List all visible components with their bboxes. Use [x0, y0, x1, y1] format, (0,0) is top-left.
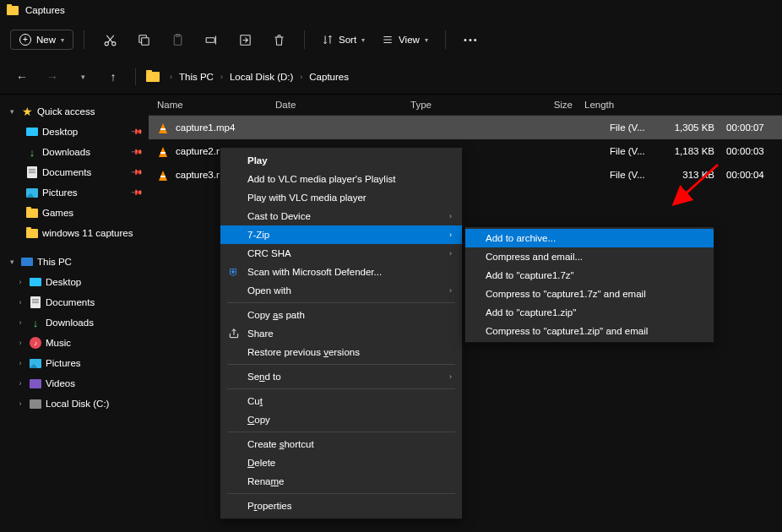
sidebar-item-pc-desktop[interactable]: ›Desktop — [0, 272, 149, 292]
pin-icon: 📌 — [131, 126, 144, 138]
chevron-right-icon: › — [166, 73, 176, 81]
folder-icon — [7, 6, 19, 15]
sidebar-item-games[interactable]: Games — [0, 203, 149, 223]
ctx-delete[interactable]: Delete — [220, 453, 462, 472]
column-size[interactable]: Size — [512, 100, 573, 110]
folder-icon — [26, 229, 38, 238]
delete-button[interactable] — [263, 27, 294, 52]
vlc-icon — [157, 145, 169, 157]
cut-button[interactable] — [95, 27, 125, 52]
ctx-cast[interactable]: Cast to Device› — [220, 207, 462, 225]
ctx-open-with[interactable]: Open with› — [220, 281, 462, 300]
new-button[interactable]: + New ▾ — [10, 30, 73, 50]
chevron-down-icon: ▾ — [61, 36, 64, 44]
ctx-properties[interactable]: Properties — [220, 497, 462, 515]
vlc-icon — [157, 122, 169, 133]
chevron-down-icon: ▾ — [7, 258, 17, 266]
ctx-rename[interactable]: Rename — [220, 472, 462, 491]
sub-compress-zip-email[interactable]: Compress to "capture1.zip" and email — [465, 322, 714, 340]
ctx-crc[interactable]: CRC SHA› — [220, 244, 462, 263]
sidebar-item-documents[interactable]: Documents📌 — [0, 162, 149, 182]
separator — [227, 432, 455, 432]
chevron-right-icon: › — [15, 318, 25, 327]
column-date[interactable]: Date — [275, 100, 410, 110]
column-type[interactable]: Type — [410, 100, 512, 110]
chevron-right-icon: › — [432, 286, 452, 295]
ctx-defender[interactable]: ⛨Scan with Microsoft Defender... — [220, 263, 462, 281]
column-name[interactable]: Name — [157, 100, 275, 110]
pin-icon: 📌 — [131, 166, 144, 179]
ctx-restore[interactable]: Restore previous versions — [220, 343, 462, 361]
sidebar-item-pc-downloads[interactable]: ›↓Downloads — [0, 312, 149, 333]
column-length[interactable]: Length — [573, 100, 632, 110]
download-icon: ↓ — [29, 316, 42, 329]
document-icon — [30, 296, 41, 308]
rename-button[interactable] — [196, 27, 226, 52]
breadcrumb-item[interactable]: Captures — [309, 72, 349, 82]
separator — [227, 302, 455, 303]
sidebar-item-win11[interactable]: windows 11 captures — [0, 223, 149, 243]
separator — [227, 364, 455, 365]
label: This PC — [37, 257, 142, 267]
sidebar: ▾ ★ Quick access Desktop📌 ↓Downloads📌 Do… — [0, 95, 149, 532]
ctx-send-to[interactable]: Send to› — [220, 367, 462, 386]
paste-button[interactable] — [162, 27, 193, 52]
sidebar-this-pc[interactable]: ▾ This PC — [0, 252, 149, 272]
pictures-icon — [30, 359, 41, 368]
ctx-play[interactable]: Play — [220, 151, 462, 170]
file-type: File (V... — [610, 170, 654, 180]
sidebar-item-downloads[interactable]: ↓Downloads📌 — [0, 142, 149, 162]
forward-button[interactable]: → — [41, 65, 64, 89]
sidebar-quick-access[interactable]: ▾ ★ Quick access — [0, 101, 149, 122]
ctx-share[interactable]: Share — [220, 324, 462, 343]
document-icon — [27, 166, 37, 178]
ctx-copy[interactable]: Copy — [220, 410, 462, 429]
sort-label: Sort — [339, 35, 356, 45]
sidebar-item-pc-music[interactable]: ›♪Music — [0, 333, 149, 353]
plus-icon: + — [19, 34, 31, 46]
sort-button[interactable]: Sort ▾ — [315, 30, 372, 49]
sub-add-zip[interactable]: Add to "capture1.zip" — [465, 303, 714, 322]
sub-compress-email[interactable]: Compress and email... — [465, 247, 714, 266]
more-button[interactable]: ••• — [456, 27, 486, 52]
ctx-copy-path[interactable]: Copy as path — [220, 306, 462, 324]
breadcrumb-item[interactable]: This PC — [179, 72, 214, 82]
share-button[interactable] — [230, 27, 260, 52]
sub-add-archive[interactable]: Add to archive... — [465, 229, 714, 247]
sidebar-item-pc-documents[interactable]: ›Documents — [0, 292, 149, 312]
toolbar: + New ▾ Sort ▾ View ▾ ••• — [0, 20, 782, 59]
sidebar-item-pc-pictures[interactable]: ›Pictures — [0, 353, 149, 373]
file-type: File (V... — [610, 122, 654, 133]
sidebar-item-pc-disk-c[interactable]: ›Local Disk (C:) — [0, 394, 149, 414]
sub-compress-7z-email[interactable]: Compress to "capture1.7z" and email — [465, 285, 714, 303]
ctx-7zip[interactable]: 7-Zip› — [220, 225, 462, 244]
recent-button[interactable]: ▾ — [71, 65, 95, 89]
back-button[interactable]: ← — [10, 65, 34, 89]
file-row[interactable]: capture1.mp4 File (V... 1,305 KB 00:00:0… — [149, 116, 782, 139]
chevron-right-icon: › — [296, 73, 306, 81]
desktop-icon — [26, 128, 38, 136]
ctx-create-shortcut[interactable]: Create shortcut — [220, 435, 462, 453]
submenu-7zip: Add to archive... Compress and email... … — [464, 226, 714, 343]
svg-rect-5 — [206, 37, 215, 42]
chevron-right-icon: › — [15, 359, 25, 367]
sidebar-item-pc-videos[interactable]: ›Videos — [0, 373, 149, 394]
vlc-icon — [157, 169, 169, 181]
file-name: capture1.mp4 — [176, 122, 275, 133]
ctx-cut[interactable]: Cut — [220, 392, 462, 410]
breadcrumb-item[interactable]: Local Disk (D:) — [230, 72, 293, 82]
file-type: File (V... — [610, 146, 654, 156]
ctx-add-playlist[interactable]: Add to VLC media player's Playlist — [220, 170, 462, 188]
shield-icon: ⛨ — [227, 265, 241, 279]
up-button[interactable]: ↑ — [101, 65, 125, 89]
sidebar-item-pictures[interactable]: Pictures📌 — [0, 182, 149, 203]
divider — [304, 30, 305, 49]
copy-button[interactable] — [128, 27, 159, 52]
view-button[interactable]: View ▾ — [375, 30, 435, 49]
ctx-play-vlc[interactable]: Play with VLC media player — [220, 188, 462, 207]
breadcrumb[interactable]: › This PC › Local Disk (D:) › Captures — [146, 72, 349, 82]
sidebar-item-desktop[interactable]: Desktop📌 — [0, 122, 149, 142]
label: Quick access — [37, 106, 142, 117]
download-icon: ↓ — [25, 145, 39, 159]
sub-add-7z[interactable]: Add to "capture1.7z" — [465, 266, 714, 285]
